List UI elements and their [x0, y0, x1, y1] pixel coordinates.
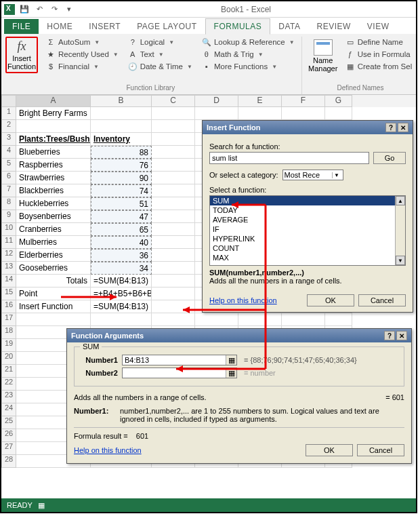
- row-header[interactable]: 8: [1, 197, 16, 210]
- cell[interactable]: [91, 107, 152, 120]
- row-header[interactable]: 15: [1, 287, 16, 300]
- cell[interactable]: [16, 120, 91, 133]
- cell[interactable]: [152, 223, 195, 236]
- cell[interactable]: 88: [91, 146, 152, 159]
- cell[interactable]: [325, 107, 352, 120]
- autosum-button[interactable]: ΣAutoSum▼: [45, 37, 120, 47]
- cell[interactable]: [152, 300, 195, 313]
- cell[interactable]: [152, 107, 195, 120]
- cell[interactable]: 74: [91, 184, 152, 197]
- cancel-button[interactable]: Cancel: [358, 294, 406, 306]
- cell[interactable]: [152, 236, 195, 249]
- cell[interactable]: 51: [91, 197, 152, 210]
- cell[interactable]: Inventory: [91, 133, 152, 146]
- col-header-e[interactable]: E: [238, 95, 282, 107]
- close-icon[interactable]: ✕: [396, 331, 407, 340]
- row-header[interactable]: 19: [1, 339, 16, 352]
- scrollbar[interactable]: ▲▼: [395, 196, 405, 265]
- use-in-formula-button[interactable]: ƒUse in Formula: [344, 49, 414, 60]
- lookup-reference-button[interactable]: 🔍Lookup & Reference▼: [201, 37, 296, 47]
- cell[interactable]: Elderberries: [16, 249, 91, 262]
- cell[interactable]: =SUM(B4:B13): [91, 300, 152, 313]
- row-header[interactable]: 17: [1, 313, 16, 326]
- cell[interactable]: [152, 210, 195, 223]
- financial-button[interactable]: $Financial▼: [45, 61, 120, 72]
- cell[interactable]: 76: [91, 159, 152, 172]
- search-input[interactable]: [209, 152, 369, 164]
- ok-button[interactable]: OK: [307, 294, 354, 306]
- col-header-d[interactable]: D: [195, 95, 238, 107]
- cell[interactable]: [152, 275, 195, 287]
- cell[interactable]: [195, 313, 238, 326]
- cell[interactable]: [282, 107, 325, 120]
- row-header[interactable]: 11: [1, 236, 16, 249]
- row-header[interactable]: 2: [1, 120, 16, 133]
- cell[interactable]: [91, 313, 152, 326]
- cell[interactable]: Totals: [16, 275, 91, 287]
- tab-file[interactable]: FILE: [4, 19, 39, 34]
- row-header[interactable]: 12: [1, 249, 16, 262]
- cell[interactable]: 47: [91, 210, 152, 223]
- text-button[interactable]: AText▼: [127, 49, 194, 60]
- cell[interactable]: Bright Berry Farms: [16, 107, 91, 120]
- macro-record-icon[interactable]: ▦: [38, 501, 45, 510]
- row-header[interactable]: 1: [1, 107, 16, 120]
- number2-input[interactable]: [123, 368, 226, 378]
- cell[interactable]: [282, 313, 325, 326]
- col-header-c[interactable]: C: [152, 95, 195, 107]
- cell[interactable]: 40: [91, 236, 152, 249]
- cell[interactable]: Raspberries: [16, 159, 91, 172]
- row-header[interactable]: 13: [1, 262, 16, 275]
- row-header[interactable]: 16: [1, 300, 16, 313]
- cell[interactable]: Boysenberries: [16, 210, 91, 223]
- date-time-button[interactable]: 🕘Date & Time▼: [127, 61, 194, 72]
- row-header[interactable]: 28: [1, 455, 16, 468]
- tab-data[interactable]: DATA: [270, 19, 308, 34]
- tab-home[interactable]: HOME: [39, 19, 81, 34]
- cell[interactable]: Mulberries: [16, 236, 91, 249]
- col-header-g[interactable]: G: [325, 95, 352, 107]
- cell[interactable]: 34: [91, 262, 152, 275]
- cell[interactable]: [152, 262, 195, 275]
- cell[interactable]: [238, 313, 282, 326]
- row-header[interactable]: 20: [1, 352, 16, 365]
- name-manager-button[interactable]: Name Manager: [308, 37, 339, 73]
- row-header[interactable]: 4: [1, 146, 16, 159]
- cell[interactable]: [152, 287, 195, 300]
- row-header[interactable]: 21: [1, 365, 16, 378]
- cell[interactable]: [16, 313, 91, 326]
- select-all-corner[interactable]: [1, 95, 16, 107]
- more-functions-button[interactable]: ▪More Functions▼: [201, 61, 296, 72]
- function-item[interactable]: AVERAGE: [210, 215, 405, 224]
- row-header[interactable]: 6: [1, 172, 16, 184]
- col-header-f[interactable]: F: [282, 95, 325, 107]
- cell[interactable]: [325, 313, 352, 326]
- cancel-button[interactable]: Cancel: [357, 444, 404, 456]
- tab-formulas[interactable]: FORMULAS: [205, 18, 271, 35]
- range-picker-icon[interactable]: ▦: [226, 355, 236, 365]
- row-header[interactable]: 27: [1, 442, 16, 455]
- cell[interactable]: [152, 197, 195, 210]
- cell[interactable]: [91, 120, 152, 133]
- cell[interactable]: [152, 184, 195, 197]
- function-item[interactable]: HYPERLINK: [210, 234, 405, 243]
- row-header[interactable]: 10: [1, 223, 16, 236]
- go-button[interactable]: Go: [373, 152, 406, 164]
- cell[interactable]: [152, 159, 195, 172]
- function-item-sum[interactable]: SUM: [210, 196, 405, 205]
- cell[interactable]: Plants:Trees/Bushes: [16, 133, 91, 146]
- row-header[interactable]: 9: [1, 210, 16, 223]
- row-header[interactable]: 3: [1, 133, 16, 146]
- insert-function-button[interactable]: fx Insert Function: [5, 37, 38, 73]
- number1-input[interactable]: [123, 355, 226, 365]
- cell[interactable]: 90: [91, 172, 152, 184]
- range-picker-icon[interactable]: ▦: [226, 368, 236, 378]
- cell[interactable]: Gooseberries: [16, 262, 91, 275]
- qat-customize-icon[interactable]: ▾: [64, 4, 75, 15]
- close-icon[interactable]: ✕: [398, 123, 408, 132]
- col-header-b[interactable]: B: [91, 95, 152, 107]
- redo-icon[interactable]: ↷: [49, 4, 60, 15]
- function-item[interactable]: MAX: [210, 253, 405, 262]
- cell[interactable]: [152, 249, 195, 262]
- define-name-button[interactable]: ▭Define Name: [344, 37, 414, 47]
